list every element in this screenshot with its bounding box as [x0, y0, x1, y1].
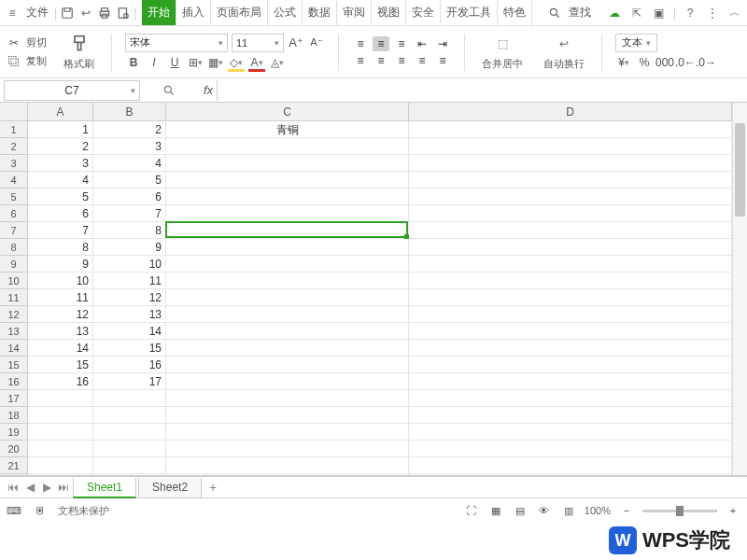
cell[interactable]: 2 — [28, 138, 93, 155]
indent-decrease-icon[interactable]: ⇤ — [414, 36, 430, 51]
cell[interactable] — [409, 357, 732, 373]
align-top-icon[interactable]: ≡ — [352, 36, 369, 51]
cell[interactable]: 5 — [93, 172, 166, 189]
cell[interactable] — [409, 390, 732, 407]
cell[interactable]: 12 — [28, 306, 93, 323]
cell[interactable] — [409, 155, 732, 172]
cell[interactable]: 2 — [93, 121, 166, 138]
row-header[interactable]: 10 — [0, 273, 27, 289]
italic-button[interactable]: I — [146, 54, 162, 71]
search-label[interactable]: 查找 — [569, 5, 591, 21]
cell[interactable] — [409, 205, 732, 222]
cell[interactable]: 14 — [28, 340, 93, 357]
cell[interactable]: 12 — [93, 289, 166, 306]
collapse-ribbon-icon[interactable]: ︿ — [726, 5, 743, 21]
cell[interactable] — [166, 323, 409, 340]
cell[interactable]: 13 — [93, 306, 166, 323]
tab-data[interactable]: 数据 — [303, 0, 337, 25]
increase-font-icon[interactable]: A⁺ — [288, 35, 304, 51]
cell[interactable] — [166, 273, 409, 289]
cell[interactable] — [166, 457, 409, 474]
align-justify-icon[interactable]: ≡ — [414, 53, 430, 68]
reading-view-icon[interactable]: 👁 — [536, 502, 553, 519]
cell-style-button[interactable]: ▦▾ — [207, 54, 224, 71]
cell[interactable] — [93, 424, 166, 441]
cell[interactable]: 9 — [93, 239, 166, 256]
tab-view[interactable]: 视图 — [372, 0, 406, 25]
cell[interactable]: 11 — [93, 273, 166, 289]
cell[interactable] — [166, 189, 409, 205]
zoom-level-label[interactable]: 100% — [585, 505, 611, 516]
cell[interactable] — [166, 205, 409, 222]
row-header[interactable]: 19 — [0, 424, 27, 441]
cell[interactable]: 6 — [28, 205, 93, 222]
cell[interactable]: 16 — [93, 357, 166, 373]
row-header[interactable]: 9 — [0, 256, 27, 273]
cell[interactable] — [28, 474, 93, 476]
cell[interactable]: 4 — [93, 155, 166, 172]
merge-center-button[interactable]: ⬚ 合并居中 — [478, 33, 527, 71]
cell[interactable] — [409, 306, 732, 323]
sheet-tab-1[interactable]: Sheet1 — [73, 478, 136, 498]
cell[interactable] — [166, 306, 409, 323]
cell[interactable] — [28, 457, 93, 474]
cell[interactable]: 13 — [28, 323, 93, 340]
cell[interactable] — [409, 457, 732, 474]
cell[interactable] — [166, 424, 409, 441]
share-icon[interactable]: ⇱ — [628, 5, 645, 21]
cloud-icon[interactable]: ☁ — [606, 5, 623, 21]
spreadsheet-grid[interactable]: A B C D 12345678910111213141516171819202… — [0, 103, 747, 476]
decimal-increase-icon[interactable]: .0← — [677, 54, 694, 71]
cell[interactable] — [409, 424, 732, 441]
normal-view-icon[interactable]: ▦ — [487, 502, 504, 519]
zoom-out-icon[interactable]: − — [618, 502, 635, 519]
row-header[interactable]: 16 — [0, 373, 27, 390]
fill-color-button[interactable]: ◇▾ — [228, 54, 245, 71]
sheet-next-icon[interactable]: ▶ — [39, 480, 54, 495]
row-header[interactable]: 3 — [0, 155, 27, 172]
row-header[interactable]: 15 — [0, 357, 27, 373]
cell[interactable] — [28, 441, 93, 457]
cell[interactable] — [409, 441, 732, 457]
search-icon[interactable] — [546, 5, 563, 21]
sheet-tab-2[interactable]: Sheet2 — [138, 478, 202, 498]
tab-features[interactable]: 特色 — [498, 0, 532, 25]
format-painter-button[interactable]: 格式刷 — [60, 33, 98, 71]
cell[interactable] — [93, 441, 166, 457]
currency-icon[interactable]: ¥▾ — [615, 54, 632, 71]
add-sheet-icon[interactable]: + — [204, 480, 222, 495]
tab-insert[interactable]: 插入 — [176, 0, 211, 25]
cell[interactable]: 7 — [28, 222, 93, 239]
wrap-text-button[interactable]: ↩ 自动换行 — [540, 33, 588, 71]
cell[interactable] — [409, 172, 732, 189]
copy-label[interactable]: 复制 — [26, 54, 47, 68]
grid-view-icon[interactable]: ▥ — [560, 502, 577, 519]
cell[interactable] — [166, 222, 409, 239]
row-header[interactable]: 12 — [0, 306, 27, 323]
indent-increase-icon[interactable]: ⇥ — [434, 36, 451, 51]
cell[interactable] — [28, 407, 93, 424]
scrollbar-thumb[interactable] — [735, 123, 745, 217]
row-header[interactable]: 21 — [0, 457, 27, 474]
cell[interactable]: 6 — [93, 189, 166, 205]
align-bottom-icon[interactable]: ≡ — [393, 36, 410, 51]
row-header[interactable]: 4 — [0, 172, 27, 189]
row-header[interactable]: 2 — [0, 138, 27, 155]
decrease-font-icon[interactable]: A⁻ — [308, 35, 325, 51]
cell[interactable] — [166, 441, 409, 457]
cell[interactable]: 4 — [28, 172, 93, 189]
help-icon[interactable]: ? — [682, 5, 698, 21]
print-icon[interactable] — [96, 5, 113, 21]
sheet-prev-icon[interactable]: ◀ — [22, 480, 37, 495]
sheet-first-icon[interactable]: ⏮ — [6, 480, 21, 495]
font-size-select[interactable]: 11▾ — [232, 34, 284, 52]
cell[interactable] — [409, 256, 732, 273]
cut-label[interactable]: 剪切 — [26, 35, 47, 49]
align-middle-icon[interactable]: ≡ — [373, 36, 389, 51]
fx-icon[interactable]: fx — [204, 83, 213, 97]
decimal-decrease-icon[interactable]: .0→ — [698, 54, 714, 71]
vertical-scrollbar[interactable] — [732, 103, 747, 475]
page-view-icon[interactable]: ▤ — [512, 502, 529, 519]
scissors-icon[interactable]: ✂ — [6, 35, 22, 51]
cell[interactable] — [166, 407, 409, 424]
